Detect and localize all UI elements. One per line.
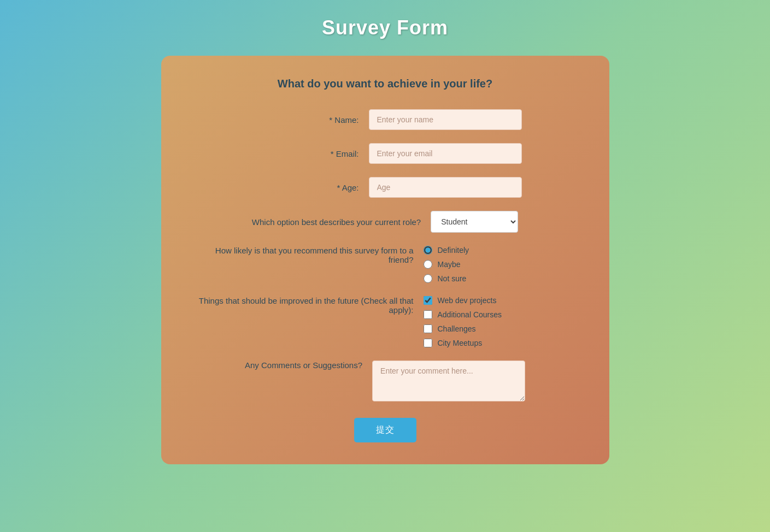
improve-row: Things that should be improved in the fu…: [194, 296, 577, 347]
checkbox-label-additional-courses: Additional Courses: [438, 310, 502, 319]
age-label: * Age:: [249, 183, 369, 192]
age-row: * Age:: [194, 177, 577, 198]
name-row: * Name:: [194, 109, 577, 130]
role-row: Which option best describes your current…: [194, 211, 577, 233]
email-row: * Email:: [194, 143, 577, 164]
radio-definitely[interactable]: [424, 246, 432, 255]
email-input[interactable]: [369, 143, 522, 164]
name-label: * Name:: [249, 115, 369, 125]
radio-item-not-sure: Not sure: [424, 274, 577, 283]
comments-row: Any Comments or Suggestions?: [194, 360, 577, 401]
email-label: * Email:: [249, 149, 369, 158]
checkbox-group: Web dev projectsAdditional CoursesChalle…: [424, 296, 577, 347]
radio-group: DefinitelyMaybeNot sure: [424, 246, 577, 283]
checkbox-city-meetups[interactable]: [424, 339, 432, 347]
radio-item-maybe: Maybe: [424, 260, 577, 269]
submit-row: 提交: [194, 418, 577, 442]
checkbox-label-web-dev: Web dev projects: [438, 296, 497, 305]
form-subtitle: What do you want to achieve in your life…: [194, 78, 577, 90]
radio-maybe[interactable]: [424, 260, 432, 269]
radio-not-sure[interactable]: [424, 274, 432, 283]
radio-label-definitely: Definitely: [438, 246, 469, 255]
recommend-label: How likely is that you recommend this su…: [194, 246, 424, 264]
age-input[interactable]: [369, 177, 522, 198]
role-label: Which option best describes your current…: [252, 217, 431, 227]
radio-item-definitely: Definitely: [424, 246, 577, 255]
page-title: Survey Form: [322, 16, 448, 39]
checkbox-challenges[interactable]: [424, 324, 432, 333]
checkbox-item-challenges: Challenges: [424, 324, 577, 333]
checkbox-item-city-meetups: City Meetups: [424, 339, 577, 347]
form-container: What do you want to achieve in your life…: [161, 56, 609, 464]
improve-label: Things that should be improved in the fu…: [194, 296, 424, 315]
role-select[interactable]: StudentFull Time JobFull Time LearnerPre…: [431, 211, 518, 233]
name-input[interactable]: [369, 109, 522, 130]
comments-label: Any Comments or Suggestions?: [245, 360, 372, 370]
checkbox-item-additional-courses: Additional Courses: [424, 310, 577, 319]
submit-button[interactable]: 提交: [354, 418, 416, 442]
checkbox-label-challenges: Challenges: [438, 324, 476, 333]
comments-textarea[interactable]: [372, 360, 525, 401]
radio-label-maybe: Maybe: [438, 260, 461, 269]
checkbox-item-web-dev: Web dev projects: [424, 296, 577, 305]
checkbox-label-city-meetups: City Meetups: [438, 339, 483, 347]
radio-label-not-sure: Not sure: [438, 274, 467, 283]
checkbox-additional-courses[interactable]: [424, 310, 432, 319]
recommend-row: How likely is that you recommend this su…: [194, 246, 577, 283]
checkbox-web-dev[interactable]: [424, 296, 432, 305]
